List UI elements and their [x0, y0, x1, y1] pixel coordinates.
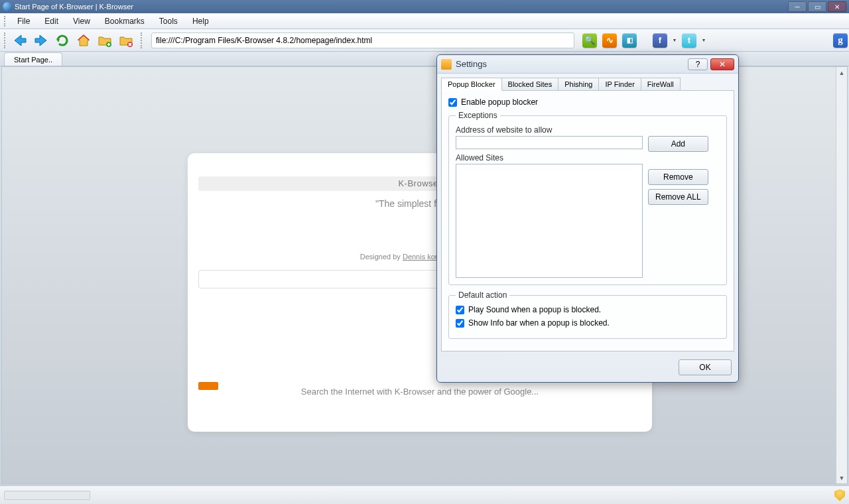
scroll-down-button[interactable]: ▼: [836, 472, 847, 483]
address-label: Address of website to allow: [456, 125, 720, 135]
exceptions-legend: Exceptions: [456, 111, 500, 120]
menu-help[interactable]: Help: [186, 15, 216, 27]
dialog-close-button[interactable]: ✕: [710, 58, 734, 70]
tab-ip-finder[interactable]: IP Finder: [598, 78, 641, 90]
tab-popup-blocker[interactable]: Popup Blocker: [441, 78, 502, 91]
search-button[interactable]: 🔍: [581, 32, 598, 49]
statusbar: [0, 485, 849, 504]
progress-bar: [4, 491, 90, 500]
open-folder-button[interactable]: [96, 31, 114, 50]
settings-panel: Enable popup blocker Exceptions Address …: [441, 90, 734, 351]
close-window-button[interactable]: ✕: [828, 1, 846, 12]
forward-button[interactable]: [32, 31, 50, 50]
maximize-button[interactable]: ▭: [808, 1, 826, 12]
home-button[interactable]: [74, 31, 93, 50]
twitter-button[interactable]: t: [681, 32, 698, 49]
menubar: File Edit View Bookmarks Tools Help: [0, 13, 849, 29]
dialog-title: Settings: [456, 59, 685, 69]
settings-icon: [441, 59, 452, 70]
back-button[interactable]: [11, 31, 29, 50]
menu-edit[interactable]: Edit: [38, 15, 65, 27]
menu-view[interactable]: View: [66, 15, 97, 27]
folder-open-icon: [97, 32, 113, 48]
bookmark-icon: ◧: [622, 33, 637, 48]
twitter-icon: t: [682, 33, 696, 48]
enable-popup-blocker-checkbox[interactable]: [448, 98, 457, 107]
show-infobar-label: Show Info bar when a popup is blocked.: [468, 318, 610, 328]
allowed-sites-listbox[interactable]: [456, 164, 643, 278]
facebook-icon: f: [653, 33, 667, 48]
remove-all-button[interactable]: Remove ALL: [648, 189, 708, 205]
tab-start-page[interactable]: Start Page..: [4, 52, 62, 66]
menu-tools[interactable]: Tools: [153, 15, 184, 27]
exception-buttons: Add Remove Remove ALL: [648, 136, 708, 205]
search-icon: 🔍: [582, 33, 597, 48]
exceptions-fieldset: Exceptions Address of website to allow A…: [448, 111, 727, 285]
tab-phishing[interactable]: Phishing: [558, 78, 599, 90]
menu-file[interactable]: File: [11, 15, 36, 27]
default-action-legend: Default action: [456, 290, 509, 300]
add-button[interactable]: Add: [648, 136, 708, 152]
settings-tabs: Popup Blocker Blocked Sites Phishing IP …: [437, 74, 738, 90]
bookmark-button[interactable]: ◧: [621, 32, 638, 49]
address-input-field[interactable]: [456, 136, 643, 149]
play-sound-label: Play Sound when a popup is blocked.: [468, 305, 601, 314]
dialog-help-button[interactable]: ?: [688, 58, 708, 70]
back-arrow-icon: [12, 32, 28, 48]
reload-button[interactable]: [53, 31, 72, 50]
vertical-scrollbar[interactable]: ▲ ▼: [836, 67, 847, 483]
play-sound-checkbox[interactable]: [456, 306, 464, 314]
app-icon: [3, 2, 12, 11]
minimize-button[interactable]: ─: [788, 1, 807, 12]
credit-prefix: Designed by: [360, 253, 403, 261]
facebook-button[interactable]: f: [651, 32, 669, 49]
rss-icon: ∿: [602, 33, 617, 48]
enable-popup-blocker-label: Enable popup blocker: [461, 97, 538, 107]
address-input[interactable]: [151, 32, 574, 48]
toolbar-grip-2: [141, 32, 143, 48]
scroll-up-button[interactable]: ▲: [836, 67, 847, 78]
dialog-titlebar[interactable]: Settings ? ✕: [437, 55, 738, 74]
ok-button[interactable]: OK: [679, 359, 732, 375]
forward-arrow-icon: [33, 32, 49, 48]
toolbar: 🔍 ∿ ◧ f ▾ t ▾ g: [0, 29, 849, 52]
dialog-footer: OK: [437, 355, 738, 382]
shield-icon[interactable]: [834, 489, 845, 501]
show-infobar-checkbox[interactable]: [456, 319, 464, 328]
show-infobar-row: Show Info bar when a popup is blocked.: [456, 318, 720, 328]
google-icon: g: [833, 33, 848, 48]
tab-blocked-sites[interactable]: Blocked Sites: [501, 78, 559, 90]
window-titlebar: Start Page of K-Browser | K-Browser ─ ▭ …: [0, 0, 849, 13]
home-icon: [76, 32, 92, 48]
toolbar-grip: [4, 32, 7, 48]
settings-dialog: Settings ? ✕ Popup Blocker Blocked Sites…: [436, 54, 739, 383]
facebook-dropdown[interactable]: ▾: [671, 32, 678, 49]
tab-firewall[interactable]: FireWall: [641, 78, 681, 90]
rss-button[interactable]: ∿: [601, 32, 618, 49]
remove-button[interactable]: Remove: [648, 169, 708, 185]
delete-folder-button[interactable]: [117, 31, 135, 50]
address-bar: [151, 32, 574, 48]
window-title: Start Page of K-Browser | K-Browser: [15, 3, 788, 11]
enable-popup-blocker-row: Enable popup blocker: [448, 97, 727, 107]
folder-delete-icon: [118, 32, 134, 48]
twitter-dropdown[interactable]: ▾: [700, 32, 707, 49]
google-button[interactable]: g: [832, 32, 849, 49]
credit-link[interactable]: Dennis kon.: [403, 253, 441, 261]
reload-icon: [54, 32, 70, 48]
menubar-grip: [4, 16, 7, 27]
play-sound-row: Play Sound when a popup is blocked.: [456, 305, 720, 314]
default-action-fieldset: Default action Play Sound when a popup i…: [448, 290, 727, 339]
homepage-tagline: Search the Internet with K-Browser and t…: [188, 387, 652, 397]
menu-bookmarks[interactable]: Bookmarks: [98, 15, 151, 27]
